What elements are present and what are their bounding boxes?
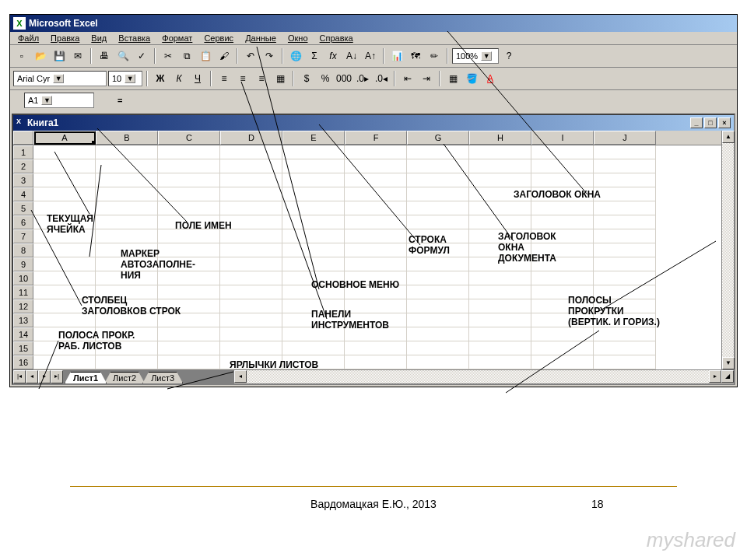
drawing-icon[interactable]: ✏	[426, 47, 443, 65]
cell[interactable]	[220, 299, 282, 313]
tab-next-icon[interactable]: ▸	[38, 370, 51, 383]
col-G[interactable]: G	[407, 131, 469, 145]
rowhead-16[interactable]: 16	[13, 355, 33, 369]
cell[interactable]	[469, 313, 531, 327]
cell[interactable]	[220, 271, 282, 285]
cell[interactable]	[282, 229, 345, 243]
cell[interactable]	[531, 341, 594, 355]
cell[interactable]	[158, 173, 220, 187]
cell[interactable]	[531, 215, 594, 229]
cell[interactable]	[594, 145, 656, 159]
print-icon[interactable]: 🖶	[96, 47, 113, 65]
cell[interactable]	[282, 257, 345, 271]
cell[interactable]	[96, 355, 158, 369]
cell[interactable]	[345, 187, 407, 201]
cell[interactable]	[158, 341, 220, 355]
cell[interactable]	[469, 327, 531, 341]
save-icon[interactable]: 💾	[51, 47, 68, 65]
cell[interactable]	[96, 229, 158, 243]
cell[interactable]	[158, 201, 220, 215]
cell[interactable]	[220, 327, 282, 341]
cell[interactable]	[282, 243, 345, 257]
cell[interactable]	[594, 257, 656, 271]
cell[interactable]	[345, 243, 407, 257]
cell[interactable]	[220, 341, 282, 355]
minimize-button[interactable]: _	[690, 117, 703, 128]
cell[interactable]	[282, 215, 345, 229]
comma-icon[interactable]: 000	[335, 70, 352, 87]
rowhead-12[interactable]: 12	[13, 299, 33, 313]
cell[interactable]	[407, 313, 469, 327]
cell[interactable]	[407, 215, 469, 229]
cell[interactable]	[531, 201, 594, 215]
cell[interactable]	[158, 327, 220, 341]
cell[interactable]	[33, 271, 96, 285]
cell[interactable]	[282, 187, 345, 201]
cell[interactable]	[531, 145, 594, 159]
cell[interactable]	[407, 355, 469, 369]
resize-handle[interactable]: ◢	[721, 370, 734, 383]
cell[interactable]	[220, 173, 282, 187]
cell[interactable]	[158, 355, 220, 369]
italic-button[interactable]: К	[170, 70, 188, 87]
menu-data[interactable]: Данные	[240, 32, 281, 44]
cell[interactable]	[469, 215, 531, 229]
cell[interactable]	[531, 355, 594, 369]
cell[interactable]	[469, 201, 531, 215]
tab-last-icon[interactable]: ▸|	[51, 370, 63, 383]
col-J[interactable]: J	[594, 131, 656, 145]
cell[interactable]	[469, 299, 531, 313]
scroll-up-icon[interactable]: ▲	[722, 131, 735, 143]
cell[interactable]	[345, 355, 407, 369]
menu-edit[interactable]: Правка	[46, 32, 84, 44]
cell[interactable]	[96, 215, 158, 229]
scroll-down-icon[interactable]: ▼	[722, 357, 735, 369]
rowhead-5[interactable]: 5	[13, 201, 33, 215]
undo-icon[interactable]: ↶	[242, 47, 259, 65]
cell[interactable]	[407, 187, 469, 201]
rowhead-7[interactable]: 7	[13, 229, 33, 243]
cell[interactable]	[96, 201, 158, 215]
mail-icon[interactable]: ✉	[69, 47, 86, 65]
maximize-button[interactable]: □	[704, 117, 717, 128]
dec-indent-icon[interactable]: ⇤	[399, 70, 416, 87]
tab-scroll-buttons[interactable]: |◂ ◂ ▸ ▸|	[13, 370, 63, 383]
cell[interactable]	[407, 257, 469, 271]
zoom-combo[interactable]: 100%▼	[452, 48, 499, 64]
rowhead-11[interactable]: 11	[13, 285, 33, 299]
cell[interactable]	[282, 341, 345, 355]
fontsize-combo[interactable]: 10▼	[108, 71, 142, 86]
cell[interactable]	[594, 173, 656, 187]
select-all-corner[interactable]	[13, 131, 33, 145]
rowhead-8[interactable]: 8	[13, 243, 33, 257]
cell[interactable]	[407, 173, 469, 187]
rowhead-10[interactable]: 10	[13, 271, 33, 285]
cell[interactable]	[594, 243, 656, 257]
rowhead-1[interactable]: 1	[13, 145, 33, 159]
cell[interactable]	[33, 173, 96, 187]
cell[interactable]	[345, 173, 407, 187]
align-left-icon[interactable]: ≡	[216, 70, 233, 87]
menu-help[interactable]: Справка	[315, 32, 358, 44]
bold-button[interactable]: Ж	[152, 70, 169, 87]
cell[interactable]	[407, 299, 469, 313]
merge-icon[interactable]: ▦	[272, 70, 289, 87]
cell[interactable]	[282, 159, 345, 173]
rowhead-15[interactable]: 15	[13, 341, 33, 355]
cell[interactable]	[220, 285, 282, 299]
cell[interactable]	[407, 285, 469, 299]
cell[interactable]	[220, 257, 282, 271]
tab-sheet2[interactable]: Лист2	[104, 372, 145, 383]
cell[interactable]	[96, 145, 158, 159]
cell[interactable]	[469, 285, 531, 299]
paste-icon[interactable]: 📋	[197, 47, 214, 65]
menu-insert[interactable]: Вставка	[114, 32, 155, 44]
cell[interactable]	[531, 159, 594, 173]
cell[interactable]	[282, 145, 345, 159]
cell[interactable]	[469, 271, 531, 285]
cell[interactable]	[96, 159, 158, 173]
cell[interactable]	[469, 173, 531, 187]
underline-button[interactable]: Ч	[189, 70, 206, 87]
cell[interactable]	[345, 215, 407, 229]
cell[interactable]	[407, 201, 469, 215]
